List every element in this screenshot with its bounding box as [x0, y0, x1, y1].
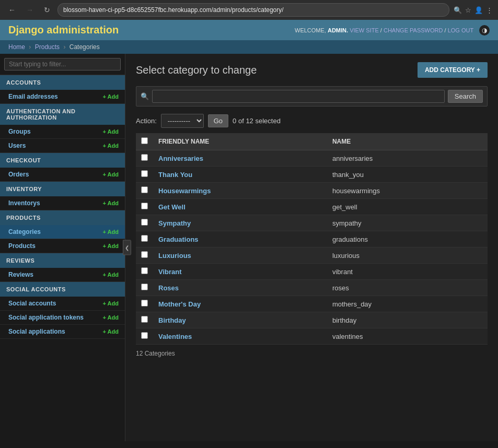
category-link[interactable]: Housewarmings — [158, 187, 211, 195]
breadcrumb-home[interactable]: Home — [8, 43, 25, 51]
sidebar-add-link[interactable]: + Add — [103, 128, 119, 135]
sidebar-item[interactable]: Social applications+ Add — [0, 325, 125, 339]
sidebar-collapse-button[interactable]: ❮ — [123, 240, 131, 255]
category-link[interactable]: Thank You — [158, 171, 192, 179]
go-button[interactable]: Go — [208, 114, 228, 127]
sidebar-add-link[interactable]: + Add — [103, 272, 119, 278]
row-checkbox[interactable] — [141, 300, 148, 306]
row-checkbox[interactable] — [141, 284, 148, 290]
breadcrumb: Home › Products › Categories — [0, 40, 498, 54]
breadcrumb-products[interactable]: Products — [35, 43, 60, 51]
forward-button[interactable]: → — [23, 4, 37, 16]
sidebar-item[interactable]: Groups+ Add — [0, 125, 125, 139]
sidebar-item-label[interactable]: Groups — [8, 128, 31, 135]
sidebar-add-link[interactable]: + Add — [103, 243, 119, 249]
table-row: Thank Youthank_you — [136, 167, 488, 183]
category-link[interactable]: Valentines — [158, 333, 192, 340]
sidebar-item[interactable]: Products+ Add — [0, 239, 125, 253]
row-checkbox[interactable] — [141, 235, 148, 242]
sidebar-item[interactable]: Orders+ Add — [0, 168, 125, 182]
add-category-button[interactable]: ADD CATEGORY + — [418, 62, 488, 78]
friendly-name-cell: Luxurious — [153, 247, 327, 264]
sidebar-item-label[interactable]: Social accounts — [8, 300, 56, 307]
row-checkbox[interactable] — [141, 332, 148, 339]
row-checkbox[interactable] — [141, 170, 148, 177]
sidebar-add-link[interactable]: + Add — [103, 300, 119, 306]
friendly-name-cell: Vibrant — [153, 264, 327, 280]
sidebar-filter-input[interactable] — [4, 58, 121, 70]
category-link[interactable]: Sympathy — [158, 219, 191, 227]
sidebar-item-label[interactable]: Social applications — [8, 328, 65, 335]
search-button[interactable]: Search — [448, 90, 483, 103]
search-input[interactable] — [152, 90, 445, 103]
category-link[interactable]: Get Well — [158, 203, 186, 211]
search-icon[interactable]: 🔍 — [454, 6, 462, 14]
friendly-name-cell: Sympathy — [153, 215, 327, 231]
category-link[interactable]: Roses — [158, 284, 179, 292]
sidebar-item[interactable]: Users+ Add — [0, 139, 125, 153]
log-out-link[interactable]: LOG OUT — [448, 27, 473, 33]
category-link[interactable]: Luxurious — [158, 252, 191, 260]
search-icon: 🔍 — [141, 92, 149, 100]
row-checkbox[interactable] — [141, 316, 148, 323]
sidebar-add-link[interactable]: + Add — [103, 229, 119, 235]
reload-button[interactable]: ↻ — [41, 4, 53, 16]
name-header[interactable]: NAME — [327, 133, 488, 150]
sidebar-section-header: PRODUCTS — [0, 210, 125, 225]
table-row: Sympathysympathy — [136, 215, 488, 231]
theme-toggle-button[interactable]: ◑ — [479, 25, 490, 36]
name-cell: thank_you — [327, 167, 488, 183]
row-checkbox[interactable] — [141, 154, 148, 161]
category-link[interactable]: Mother's Day — [158, 300, 201, 308]
row-checkbox[interactable] — [141, 203, 148, 209]
select-all-checkbox[interactable] — [141, 137, 148, 144]
action-bar: Action: ---------- Go 0 of 12 selected — [136, 114, 488, 128]
title-main: category to change — [168, 64, 257, 76]
name-cell: graduations — [327, 231, 488, 247]
sidebar-add-link[interactable]: + Add — [103, 171, 119, 178]
sidebar-item-label[interactable]: Users — [8, 142, 26, 149]
sidebar-item-label[interactable]: Social application tokens — [8, 314, 84, 321]
sidebar-item-label[interactable]: Products — [8, 242, 36, 250]
row-checkbox[interactable] — [141, 267, 148, 274]
admin-username: ADMIN. — [328, 27, 348, 33]
category-link[interactable]: Birthday — [158, 316, 186, 324]
sidebar-section-header: REVIEWS — [0, 253, 125, 268]
bookmark-icon[interactable]: ☆ — [465, 6, 471, 14]
sidebar-item-label[interactable]: Inventorys — [8, 199, 40, 207]
admin-header: Django administration WELCOME, ADMIN. VI… — [0, 20, 498, 40]
sidebar-item[interactable]: Reviews+ Add — [0, 268, 125, 282]
sidebar-item[interactable]: Social application tokens+ Add — [0, 311, 125, 325]
category-link[interactable]: Graduations — [158, 235, 199, 243]
category-link[interactable]: Vibrant — [158, 268, 182, 276]
menu-icon[interactable]: ⋮ — [486, 6, 493, 14]
search-bar: 🔍 Search — [136, 86, 488, 107]
change-password-link[interactable]: CHANGE PASSWORD — [384, 27, 443, 33]
admin-title: Django administration — [8, 24, 119, 36]
row-checkbox[interactable] — [141, 219, 148, 226]
category-link[interactable]: Anniversaries — [158, 155, 203, 162]
row-checkbox[interactable] — [141, 186, 148, 193]
sidebar-item[interactable]: Categories+ Add — [0, 225, 125, 239]
sidebar-item[interactable]: Email addresses+ Add — [0, 90, 125, 104]
friendly-name-header[interactable]: FRIENDLY NAME — [153, 133, 327, 150]
sidebar-add-link[interactable]: + Add — [103, 143, 119, 149]
sidebar-add-link[interactable]: + Add — [103, 314, 119, 321]
sidebar-item-label[interactable]: Reviews — [8, 271, 33, 278]
sidebar-item-label[interactable]: Categories — [8, 228, 41, 235]
back-button[interactable]: ← — [5, 4, 19, 16]
sidebar-add-link[interactable]: + Add — [103, 200, 119, 206]
sidebar-item-label[interactable]: Orders — [8, 171, 29, 178]
sidebar-section-header: INVENTORY — [0, 182, 125, 196]
profile-icon[interactable]: 👤 — [474, 6, 483, 14]
categories-table: FRIENDLY NAME NAME Anniversariesannivers… — [136, 133, 488, 345]
sidebar-add-link[interactable]: + Add — [103, 328, 119, 335]
action-select[interactable]: ---------- — [161, 114, 204, 128]
sidebar-item[interactable]: Social accounts+ Add — [0, 297, 125, 311]
row-checkbox[interactable] — [141, 251, 148, 258]
sidebar-item[interactable]: Inventorys+ Add — [0, 196, 125, 210]
view-site-link[interactable]: VIEW SITE — [350, 27, 379, 33]
sidebar-item-label[interactable]: Email addresses — [8, 93, 58, 100]
address-bar[interactable]: blossom-haven-ci-pp5-d8c652557fbc.heroku… — [57, 3, 449, 17]
sidebar-add-link[interactable]: + Add — [103, 93, 119, 100]
